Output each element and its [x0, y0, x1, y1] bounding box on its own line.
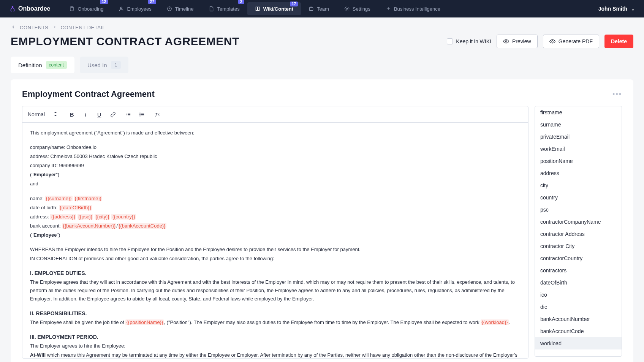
content-card: Employment Contract Agreement ••• Normal…: [11, 79, 633, 362]
nav-team[interactable]: Team: [301, 0, 337, 17]
text: WHEREAS the Employer intends to hire the…: [30, 245, 521, 254]
clipboard-icon: [69, 6, 74, 11]
eye-icon: [549, 38, 555, 44]
variable-item[interactable]: contractorCompanyName: [535, 216, 622, 228]
tab-label: Definition: [18, 62, 42, 68]
bold-button[interactable]: B: [68, 110, 76, 119]
clear-format-button[interactable]: Tx: [153, 110, 161, 119]
variable-token[interactable]: {{psc}}: [78, 214, 93, 220]
italic-button[interactable]: I: [81, 110, 90, 119]
heading: III. EMPLOYMENT PERIOD.: [30, 333, 521, 342]
select-caret-icon: [54, 111, 57, 117]
variable-token[interactable]: {{dateOfBirth}}: [59, 205, 92, 210]
plus-icon: [386, 6, 391, 11]
link-button[interactable]: [109, 110, 117, 119]
variable-item[interactable]: ico: [535, 289, 622, 301]
variable-token[interactable]: {{bankAccountNumber}}: [62, 223, 117, 229]
delete-button[interactable]: Delete: [604, 35, 633, 48]
svg-rect-4: [309, 8, 313, 11]
variable-item[interactable]: city: [535, 179, 622, 191]
clock-icon: [167, 6, 172, 11]
variable-item[interactable]: dateOfBirth: [535, 277, 622, 289]
variable-item[interactable]: contractor City: [535, 240, 622, 252]
variable-item[interactable]: privateEmail: [535, 131, 622, 143]
breadcrumb-detail: CONTENT DETAIL: [61, 25, 106, 30]
variable-token[interactable]: {{surname}}: [45, 196, 73, 201]
head-actions: Keep it in WIKI Preview Generate PDF Del…: [447, 35, 633, 48]
variable-item[interactable]: contractor Address: [535, 228, 622, 240]
editor-content[interactable]: This employment agreement ("Agreement") …: [22, 123, 528, 358]
format-select[interactable]: Normal: [28, 111, 61, 117]
nav-wiki-content[interactable]: Wiki/Content 17: [247, 2, 301, 15]
file-icon: [209, 6, 214, 11]
nav-label: Employees: [127, 6, 151, 12]
nav-items: Onboarding 12 Employees 27 Timeline Temp…: [62, 0, 598, 17]
button-label: Generate PDF: [559, 38, 593, 44]
variable-item[interactable]: firstname: [535, 106, 622, 119]
variable-item[interactable]: bankAccountNumber: [535, 313, 622, 325]
svg-point-7: [552, 41, 553, 42]
variable-item[interactable]: country: [535, 191, 622, 204]
keep-wiki-label: Keep it in WIKI: [456, 38, 491, 44]
nav-label: Team: [317, 6, 329, 12]
svg-point-10: [140, 115, 140, 116]
variable-item[interactable]: workEmail: [535, 143, 622, 155]
underline-button[interactable]: U: [95, 110, 103, 119]
variable-item[interactable]: contractorCountry: [535, 252, 622, 264]
keep-in-wiki-checkbox[interactable]: Keep it in WIKI: [447, 38, 491, 44]
top-nav: Onboardee Onboarding 12 Employees 27 Tim…: [0, 0, 644, 17]
variable-item[interactable]: workload: [535, 337, 622, 349]
preview-button[interactable]: Preview: [497, 35, 538, 48]
more-menu-icon[interactable]: •••: [612, 90, 622, 98]
variable-token[interactable]: {{country}}: [111, 214, 136, 220]
nav-label: Settings: [353, 6, 370, 12]
variable-item[interactable]: address: [535, 167, 622, 179]
variable-token[interactable]: {{city}}: [95, 214, 110, 220]
unordered-list-button[interactable]: [138, 110, 146, 119]
nav-templates[interactable]: Templates 2: [201, 0, 247, 17]
variable-token[interactable]: {{address}}: [50, 214, 76, 220]
svg-point-2: [120, 7, 122, 9]
variable-item[interactable]: psc: [535, 204, 622, 216]
team-icon: [309, 6, 314, 11]
text: This employment agreement ("Agreement") …: [30, 129, 521, 137]
tab-used-in[interactable]: Used In 1: [80, 57, 128, 73]
svg-point-9: [140, 114, 140, 114]
variable-token[interactable]: {{workload}}: [481, 319, 508, 325]
nav-label: Onboarding: [78, 6, 103, 12]
svg-rect-1: [70, 7, 73, 11]
breadcrumb: CONTENTS CONTENT DETAIL: [11, 24, 633, 31]
back-arrow-icon[interactable]: [11, 24, 16, 31]
nav-timeline[interactable]: Timeline: [159, 0, 201, 17]
user-menu[interactable]: John Smith: [598, 6, 635, 12]
nav-label: Timeline: [175, 6, 194, 12]
tab-label: Used In: [87, 62, 107, 68]
nav-badge: 12: [100, 0, 108, 4]
button-label: Preview: [512, 38, 531, 44]
nav-employees[interactable]: Employees 27: [111, 0, 159, 17]
variable-item[interactable]: contractors: [535, 264, 622, 277]
variable-item[interactable]: positionName: [535, 155, 622, 167]
eye-icon: [503, 38, 509, 44]
logo[interactable]: Onboardee: [9, 5, 50, 12]
checkbox-icon: [447, 38, 453, 44]
tab-definition[interactable]: Definition content: [11, 57, 74, 73]
variable-item[interactable]: surname: [535, 119, 622, 131]
variable-token[interactable]: {{bankAccountCode}}: [118, 223, 166, 229]
text: IN CONSIDERATION of promises and other g…: [30, 255, 521, 263]
variable-item[interactable]: bankAccountCode: [535, 325, 622, 337]
nav-bi[interactable]: Business Intelligence: [378, 0, 448, 17]
breadcrumb-contents[interactable]: CONTENTS: [20, 25, 49, 30]
chevron-right-icon: [52, 25, 57, 30]
nav-label: Wiki/Content: [263, 6, 293, 12]
page-title: EMPLOYMENT CONTRACT AGREEMENT: [11, 35, 239, 48]
nav-settings[interactable]: Settings: [337, 0, 378, 17]
variable-token[interactable]: {{firstname}}: [74, 196, 102, 201]
variable-token[interactable]: {{positionName}}: [125, 319, 164, 325]
nav-badge: 2: [238, 0, 244, 4]
ordered-list-button[interactable]: [124, 110, 132, 119]
nav-onboarding[interactable]: Onboarding 12: [62, 0, 111, 17]
variable-item[interactable]: dic: [535, 301, 622, 313]
tabs: Definition content Used In 1: [0, 48, 644, 73]
generate-pdf-button[interactable]: Generate PDF: [543, 35, 599, 48]
